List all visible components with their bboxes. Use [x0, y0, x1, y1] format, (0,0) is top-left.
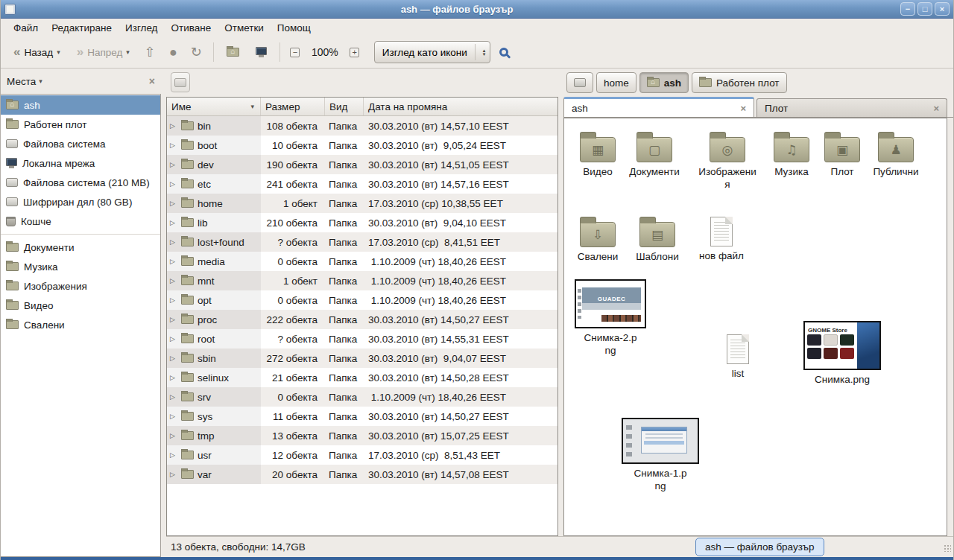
column-header-date[interactable]: Дата на промяна [364, 98, 557, 115]
search-icon[interactable] [499, 48, 508, 57]
table-row[interactable]: ▷dev190 обектаПапка30.03.2010 (вт) 14,51… [167, 155, 557, 174]
file-item-downloads[interactable]: ⇩ Свалени [564, 215, 631, 263]
expander-icon[interactable]: ▷ [170, 413, 177, 420]
table-row[interactable]: ▷boot10 обектаПапка30.03.2010 (вт) 9,05,… [167, 136, 557, 155]
expander-icon[interactable]: ▷ [170, 200, 177, 207]
expander-icon[interactable]: ▷ [170, 122, 177, 130]
menu-file[interactable]: Файл [7, 21, 45, 35]
maximize-button[interactable]: □ [917, 2, 932, 16]
up-button[interactable]: ⇧ [139, 44, 161, 60]
column-header-size[interactable]: Размер [261, 98, 325, 115]
file-item-documents[interactable]: ▢ Документи [621, 130, 688, 178]
expander-icon[interactable]: ▷ [170, 141, 177, 149]
table-row[interactable]: ▷selinux21 обектаПапка30.03.2010 (вт) 14… [167, 368, 557, 387]
table-row[interactable]: ▷mnt1 обектПапка 1.10.2009 (чт) 18,40,26… [167, 271, 557, 290]
breadcrumb-root-button[interactable] [566, 72, 593, 93]
pane-splitter[interactable] [161, 69, 166, 557]
file-item-templates[interactable]: ▤ Шаблони [624, 215, 691, 263]
expander-icon[interactable]: ▷ [170, 432, 177, 439]
column-header-name[interactable]: Име ▾ [167, 98, 261, 115]
table-row[interactable]: ▷tmp13 обектаПапка30.03.2010 (вт) 15,07,… [167, 426, 557, 445]
menu-view[interactable]: Изглед [119, 21, 165, 35]
sidebar-item-music[interactable]: Музика [1, 257, 160, 276]
sidebar-item-network[interactable]: Локална мрежа [1, 153, 160, 173]
table-row[interactable]: ▷lost+found? обектаПапка17.03.2010 (ср) … [167, 232, 557, 252]
table-row[interactable]: ▷media0 обектаПапка 1.10.2009 (чт) 18,40… [167, 252, 557, 271]
expander-icon[interactable]: ▷ [170, 335, 177, 343]
expander-icon[interactable]: ▷ [170, 296, 177, 304]
sidebar-header-caret-icon[interactable]: ▾ [39, 77, 42, 85]
view-mode-dropdown[interactable]: Изглед като икони ▴▾ [374, 41, 491, 63]
resize-grip[interactable] [944, 544, 951, 552]
menu-bookmarks[interactable]: Отметки [218, 21, 271, 35]
table-row[interactable]: ▷lib210 обектаПапка30.03.2010 (вт) 9,04,… [167, 213, 557, 232]
forward-dropdown-icon[interactable]: ▾ [126, 48, 130, 56]
sidebar-item-filesystem[interactable]: Файлова система [1, 134, 160, 153]
back-dropdown-icon[interactable]: ▾ [57, 48, 60, 56]
forward-button[interactable]: » Напред ▾ [70, 41, 136, 63]
tab-close-icon[interactable]: × [933, 103, 939, 114]
table-row[interactable]: ▷usr12 обектаПапка17.03.2010 (ср) 8,51,4… [167, 445, 557, 465]
breadcrumb-desktop-button[interactable]: Работен плот [692, 72, 787, 93]
sidebar-item-pictures[interactable]: Изображения [1, 276, 160, 296]
sidebar-header-label[interactable]: Места [7, 76, 36, 87]
file-item-new-file[interactable]: нов файл [688, 214, 755, 262]
expander-icon[interactable]: ▷ [170, 161, 177, 168]
stop-button[interactable]: ● [164, 45, 183, 60]
file-item-snimka-1[interactable]: Снимка-1.png [619, 418, 701, 492]
expander-icon[interactable]: ▷ [170, 451, 177, 459]
sidebar-item-ash[interactable]: ash [1, 95, 160, 115]
reload-button[interactable]: ↻ [186, 44, 207, 60]
computer-button[interactable] [249, 41, 274, 63]
file-item-list[interactable]: list [704, 331, 771, 380]
sidebar-item-downloads[interactable]: Свалени [1, 315, 160, 334]
table-row[interactable]: ▷sys11 обектаПапка30.03.2010 (вт) 14,50,… [167, 407, 557, 426]
sidebar-close-icon[interactable]: × [149, 75, 155, 87]
expander-icon[interactable]: ▷ [170, 374, 177, 381]
zoom-out-button[interactable]: − [286, 43, 304, 61]
expander-icon[interactable]: ▷ [170, 277, 177, 284]
tab-close-icon[interactable]: × [740, 103, 746, 114]
close-button[interactable]: × [935, 2, 950, 16]
file-item-public[interactable]: ♟ Публични [862, 130, 929, 178]
file-item-pictures[interactable]: ◎ Изображения [694, 130, 761, 191]
table-row[interactable]: ▷home1 обектПапка17.03.2010 (ср) 10,38,5… [167, 194, 557, 213]
column-header-type[interactable]: Вид [325, 98, 364, 115]
sidebar-item-trash[interactable]: Кошче [1, 211, 160, 231]
expander-icon[interactable]: ▷ [170, 238, 177, 246]
menu-go[interactable]: Отиване [164, 21, 218, 35]
table-row[interactable]: ▷proc222 обектаПапка30.03.2010 (вт) 14,5… [167, 310, 557, 329]
icon-view[interactable]: ▦ Видео ▢ Документи ◎ Изображения ♫ Музи… [563, 118, 947, 536]
tab-ash[interactable]: ash × [563, 97, 754, 117]
expander-icon[interactable]: ▷ [170, 393, 177, 401]
expander-icon[interactable]: ▷ [170, 316, 177, 323]
sidebar-item-encrypted[interactable]: Шифриран дял (80 GB) [1, 192, 160, 211]
table-row[interactable]: ▷bin108 обектаПапка30.03.2010 (вт) 14,57… [167, 116, 557, 136]
table-row[interactable]: ▷sbin272 обектаПапка30.03.2010 (вт) 9,04… [167, 349, 557, 368]
table-row[interactable]: ▷srv0 обектаПапка 1.10.2009 (чт) 18,40,2… [167, 387, 557, 407]
file-item-snimka-2[interactable]: GUADEC Снимка-2.png [569, 279, 651, 357]
table-row[interactable]: ▷opt0 обектаПапка 1.10.2009 (чт) 18,40,2… [167, 290, 557, 310]
expander-icon[interactable]: ▷ [170, 219, 177, 226]
expander-icon[interactable]: ▷ [170, 354, 177, 362]
back-button[interactable]: « Назад ▾ [7, 41, 67, 63]
minimize-button[interactable]: − [900, 2, 915, 16]
sidebar-item-video[interactable]: Видео [1, 296, 160, 315]
table-row[interactable]: ▷etc241 обектаПапка30.03.2010 (вт) 14,57… [167, 174, 557, 194]
file-item-snimka[interactable]: GNOME Store Снимка.png [801, 321, 883, 386]
menu-help[interactable]: Помощ [271, 21, 318, 35]
expander-icon[interactable]: ▷ [170, 471, 177, 478]
expander-icon[interactable]: ▷ [170, 180, 177, 188]
sidebar-item-desktop[interactable]: Работен плот [1, 115, 160, 134]
tab-plot[interactable]: Плот × [756, 98, 947, 117]
zoom-in-button[interactable]: + [346, 43, 364, 61]
sidebar-item-documents[interactable]: Документи [1, 238, 160, 257]
home-button[interactable] [220, 41, 246, 63]
sidebar-item-filesystem-210[interactable]: Файлова система (210 MB) [1, 173, 160, 192]
table-row[interactable]: ▷var20 обектаПапка30.03.2010 (вт) 14,57,… [167, 465, 557, 484]
expander-icon[interactable]: ▷ [170, 258, 177, 265]
breadcrumb-ash-button[interactable]: ash [639, 72, 689, 93]
tree-root-button[interactable] [171, 72, 190, 92]
menu-edit[interactable]: Редактиране [45, 21, 119, 35]
table-row[interactable]: ▷root? обектаПапка30.03.2010 (вт) 14,55,… [167, 329, 557, 349]
